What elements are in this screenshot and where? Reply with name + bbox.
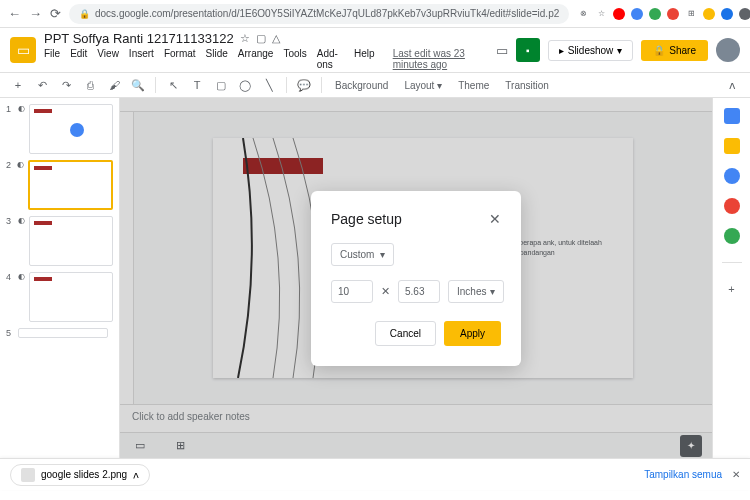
thumb-5[interactable]: 5 xyxy=(6,328,113,338)
ext-icon[interactable] xyxy=(703,8,715,20)
calendar-icon[interactable] xyxy=(724,108,740,124)
menu-arrange[interactable]: Arrange xyxy=(238,48,274,70)
lock-icon: 🔒 xyxy=(653,45,665,56)
slideshow-button[interactable]: ▸ Slideshow ▾ xyxy=(548,40,634,61)
modal-title: Page setup xyxy=(331,211,402,227)
download-item[interactable]: google slides 2.png ʌ xyxy=(10,464,150,486)
zoom-icon[interactable]: 🔍 xyxy=(128,75,148,95)
extension-icons: ⊗ ☆ ⊞ ⋮ xyxy=(577,6,750,21)
last-edit-text[interactable]: Last edit was 23 minutes ago xyxy=(393,48,488,70)
ext-icon[interactable]: ⊗ xyxy=(577,8,589,20)
contacts-icon[interactable] xyxy=(724,198,740,214)
meet-button[interactable]: ▪ xyxy=(516,38,540,62)
chevron-down-icon: ▾ xyxy=(490,286,495,297)
ext-icon[interactable] xyxy=(667,8,679,20)
menu-insert[interactable]: Insert xyxy=(129,48,154,70)
star-icon[interactable]: ☆ xyxy=(240,32,250,45)
theme-button[interactable]: Theme xyxy=(452,80,495,91)
menu-format[interactable]: Format xyxy=(164,48,196,70)
add-icon[interactable]: + xyxy=(724,281,740,297)
show-all-link[interactable]: Tampilkan semua xyxy=(644,469,722,480)
browser-chrome-bar: ← → ⟳ 🔒 docs.google.com/presentation/d/1… xyxy=(0,0,750,28)
back-icon[interactable]: ← xyxy=(8,6,21,21)
cancel-button[interactable]: Cancel xyxy=(375,321,436,346)
download-filename: google slides 2.png xyxy=(41,469,127,480)
new-slide-icon[interactable]: + xyxy=(8,75,28,95)
doc-title[interactable]: PPT Soffya Ranti 121711133122 xyxy=(44,31,234,46)
menu-tools[interactable]: Tools xyxy=(283,48,306,70)
file-icon xyxy=(21,468,35,482)
tasks-icon[interactable] xyxy=(724,168,740,184)
thumbnail-panel: 1 ◐ 2 ◐ 3 ◐ 4 ◐ 5 xyxy=(0,98,120,458)
close-icon[interactable]: ✕ xyxy=(489,211,501,227)
line-icon[interactable]: ╲ xyxy=(259,75,279,95)
main-area: 1 ◐ 2 ◐ 3 ◐ 4 ◐ 5 xyxy=(0,98,750,458)
menu-addons[interactable]: Add-ons xyxy=(317,48,344,70)
modal-overlay: Page setup ✕ Custom ▾ ✕ Inches ▾ xyxy=(120,98,712,458)
comment-indicator-icon: ◐ xyxy=(18,272,25,322)
toolbar: + ↶ ↷ ⎙ 🖌 🔍 ↖ T ▢ ◯ ╲ 💬 Background Layou… xyxy=(0,72,750,98)
side-panel: + xyxy=(712,98,750,458)
print-icon[interactable]: ⎙ xyxy=(80,75,100,95)
ext-icon[interactable] xyxy=(649,8,661,20)
menu-help[interactable]: Help xyxy=(354,48,375,70)
ext-icon[interactable]: ⊞ xyxy=(685,8,697,20)
transition-button[interactable]: Transition xyxy=(499,80,555,91)
keep-icon[interactable] xyxy=(724,138,740,154)
ext-icon[interactable] xyxy=(613,8,625,20)
textbox-icon[interactable]: T xyxy=(187,75,207,95)
layout-button[interactable]: Layout ▾ xyxy=(398,80,448,91)
move-icon[interactable]: ▢ xyxy=(256,32,266,45)
ext-icon[interactable] xyxy=(739,8,750,20)
shape-icon[interactable]: ◯ xyxy=(235,75,255,95)
hide-menus-icon[interactable]: ʌ xyxy=(722,75,742,95)
url-text: docs.google.com/presentation/d/1E6O0Y5Si… xyxy=(95,8,559,19)
unit-dropdown[interactable]: Inches ▾ xyxy=(448,280,504,303)
menu-edit[interactable]: Edit xyxy=(70,48,87,70)
slides-logo[interactable]: ▭ xyxy=(10,37,36,63)
avatar[interactable] xyxy=(716,38,740,62)
chevron-down-icon: ▾ xyxy=(617,45,622,56)
chevron-down-icon: ▾ xyxy=(380,249,385,260)
thumb-4[interactable]: 4 ◐ xyxy=(6,272,113,322)
background-button[interactable]: Background xyxy=(329,80,394,91)
share-button[interactable]: 🔒 Share xyxy=(641,40,708,61)
close-icon[interactable]: ✕ xyxy=(732,469,740,480)
size-type-dropdown[interactable]: Custom ▾ xyxy=(331,243,394,266)
ext-icon[interactable] xyxy=(721,8,733,20)
width-input[interactable] xyxy=(331,280,373,303)
comment-indicator-icon: ◐ xyxy=(18,216,25,266)
page-setup-modal: Page setup ✕ Custom ▾ ✕ Inches ▾ xyxy=(311,191,521,366)
thumb-2[interactable]: 2 ◐ xyxy=(6,160,113,210)
chevron-up-icon[interactable]: ʌ xyxy=(133,469,139,480)
reload-icon[interactable]: ⟳ xyxy=(50,6,61,21)
ext-icon[interactable] xyxy=(631,8,643,20)
download-bar: google slides 2.png ʌ Tampilkan semua ✕ xyxy=(0,458,750,490)
paint-format-icon[interactable]: 🖌 xyxy=(104,75,124,95)
menu-slide[interactable]: Slide xyxy=(206,48,228,70)
cloud-icon[interactable]: △ xyxy=(272,32,280,45)
maps-icon[interactable] xyxy=(724,228,740,244)
menu-bar: File Edit View Insert Format Slide Arran… xyxy=(44,48,488,70)
comments-icon[interactable]: ▭ xyxy=(496,43,508,58)
undo-icon[interactable]: ↶ xyxy=(32,75,52,95)
height-input[interactable] xyxy=(398,280,440,303)
menu-view[interactable]: View xyxy=(97,48,119,70)
apply-button[interactable]: Apply xyxy=(444,321,501,346)
menu-file[interactable]: File xyxy=(44,48,60,70)
comment-indicator-icon: ◐ xyxy=(17,160,24,210)
forward-icon[interactable]: → xyxy=(29,6,42,21)
canvas-area: terbagi oleh beberapa ank, untuk ditelaa… xyxy=(120,98,712,458)
select-icon[interactable]: ↖ xyxy=(163,75,183,95)
ext-icon[interactable]: ☆ xyxy=(595,8,607,20)
play-icon: ▸ xyxy=(559,45,564,56)
image-icon[interactable]: ▢ xyxy=(211,75,231,95)
comment-icon[interactable]: 💬 xyxy=(294,75,314,95)
dimension-separator: ✕ xyxy=(381,285,390,298)
thumb-3[interactable]: 3 ◐ xyxy=(6,216,113,266)
lock-icon: 🔒 xyxy=(79,9,90,19)
url-bar[interactable]: 🔒 docs.google.com/presentation/d/1E6O0Y5… xyxy=(69,4,569,24)
comment-indicator-icon: ◐ xyxy=(18,104,25,154)
redo-icon[interactable]: ↷ xyxy=(56,75,76,95)
thumb-1[interactable]: 1 ◐ xyxy=(6,104,113,154)
